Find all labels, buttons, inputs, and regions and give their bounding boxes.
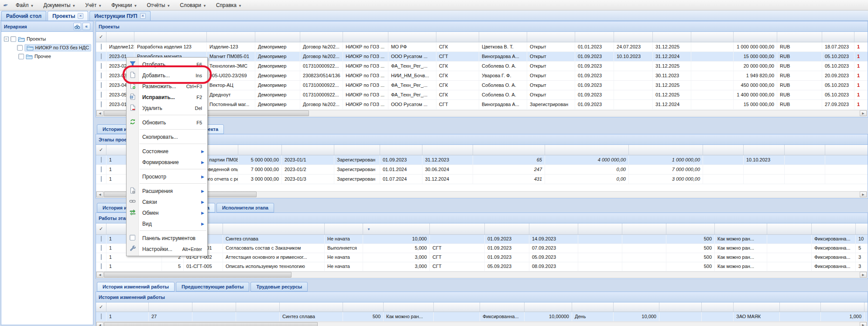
- row-checkbox[interactable]: [101, 263, 102, 269]
- column-header[interactable]: [529, 223, 578, 234]
- row-checkbox[interactable]: [101, 101, 102, 107]
- scroll-right-icon[interactable]: ▶: [860, 272, 867, 278]
- h-scrollbar-stages[interactable]: ◀▶: [96, 191, 867, 198]
- table-row[interactable]: 2023-02Технология-ЭМСДемопример017310000…: [96, 62, 868, 71]
- column-header[interactable]: [106, 302, 149, 312]
- scroll-left-icon[interactable]: ◀: [96, 192, 103, 197]
- tab-1[interactable]: Проекты✕: [48, 11, 88, 21]
- column-header[interactable]: [134, 32, 207, 42]
- column-header[interactable]: [473, 145, 545, 155]
- column-header[interactable]: [479, 32, 527, 42]
- table-row[interactable]: 2023-01тПостоянный маг...ДемопримерДогов…: [96, 100, 868, 110]
- column-header[interactable]: [388, 32, 436, 42]
- column-header[interactable]: [422, 145, 473, 155]
- column-header[interactable]: [434, 302, 480, 312]
- close-icon[interactable]: ✕: [140, 13, 146, 19]
- column-header[interactable]: [223, 223, 325, 234]
- column-header[interactable]: [255, 32, 300, 42]
- menu-item-15[interactable]: Расширения▶: [127, 185, 207, 196]
- menubar-item-2[interactable]: Учёт▼: [81, 1, 107, 10]
- column-header[interactable]: [744, 145, 785, 155]
- column-header[interactable]: [666, 223, 715, 234]
- menubar-item-6[interactable]: Справка▼: [212, 1, 247, 10]
- row-checkbox[interactable]: [101, 82, 102, 88]
- column-header[interactable]: [527, 32, 575, 42]
- table-row[interactable]: 1Синтез сплава по переведенной опытной т…: [96, 165, 868, 175]
- column-header[interactable]: [734, 302, 780, 312]
- table-row[interactable]: 2023-05ДредноутДемопример017310000922...…: [96, 90, 868, 100]
- column-header[interactable]: [622, 223, 666, 234]
- column-header[interactable]: [702, 302, 734, 312]
- column-header[interactable]: [572, 302, 614, 312]
- menubar-item-0[interactable]: Файл▼: [11, 1, 39, 10]
- menu-item-20[interactable]: Панель инструментов: [127, 233, 207, 244]
- table-row[interactable]: 2023-01Разработка магнитаМагнит ПМ085-01…: [96, 52, 868, 62]
- column-header[interactable]: [525, 302, 572, 312]
- table-row[interactable]: 1Подготовка технического отчета с резуль…: [96, 175, 868, 184]
- menubar-item-4[interactable]: Отчёты▼: [142, 1, 175, 10]
- column-header[interactable]: [149, 302, 192, 312]
- scroll-right-icon[interactable]: ▶: [860, 322, 867, 326]
- column-header[interactable]: [325, 223, 363, 234]
- row-checkbox[interactable]: [101, 166, 102, 172]
- column-header[interactable]: [380, 145, 422, 155]
- column-header[interactable]: [614, 32, 653, 42]
- row-checkbox[interactable]: [101, 53, 102, 59]
- table-row[interactable]: 127Синтез сплава500Как можно ран...Фикси…: [96, 312, 868, 322]
- table-row[interactable]: 1Изготовление опытной партии ПМ085-015 0…: [96, 155, 868, 165]
- menu-item-8[interactable]: Скопировать...: [127, 131, 207, 142]
- column-header[interactable]: [659, 302, 702, 312]
- table-row[interactable]: 2023-03905-U020-23/269Демопример230823/0…: [96, 71, 868, 81]
- tab-2[interactable]: Инструкции ПУП✕: [89, 11, 150, 21]
- row-checkbox[interactable]: [101, 157, 102, 163]
- section-tab-works-2[interactable]: Исполнители этапа: [216, 203, 274, 213]
- menubar-item-5[interactable]: Словари▼: [175, 1, 212, 10]
- column-header[interactable]: [821, 302, 865, 312]
- row-checkbox[interactable]: [101, 176, 102, 182]
- section-tab-history-1[interactable]: Предшествующие работы: [176, 282, 249, 292]
- column-header[interactable]: [207, 32, 255, 42]
- menu-item-13[interactable]: Просмотр▶: [127, 171, 207, 182]
- row-checkbox[interactable]: [101, 254, 102, 260]
- find-icon[interactable]: [73, 23, 81, 30]
- column-header[interactable]: [703, 145, 744, 155]
- close-icon[interactable]: ✕: [78, 13, 83, 19]
- column-header[interactable]: [629, 145, 703, 155]
- scroll-thumb[interactable]: [104, 322, 318, 326]
- section-tab-history-0[interactable]: История изменений работы: [97, 282, 175, 292]
- menubar-item-3[interactable]: Функции▼: [107, 1, 142, 10]
- collapse-icon[interactable]: «: [82, 23, 90, 30]
- menu-item-4[interactable]: УдалитьDel: [127, 103, 207, 113]
- column-header[interactable]: [236, 302, 280, 312]
- column-header[interactable]: [614, 302, 659, 312]
- column-header[interactable]: [865, 302, 868, 312]
- row-checkbox[interactable]: [101, 72, 102, 79]
- column-header[interactable]: [480, 302, 525, 312]
- column-header[interactable]: [430, 223, 485, 234]
- row-checkbox[interactable]: [101, 245, 102, 251]
- column-header[interactable]: ✓: [96, 223, 106, 234]
- tree-expander[interactable]: −: [4, 37, 9, 41]
- column-header[interactable]: [785, 145, 825, 155]
- menu-item-17[interactable]: Обмен▶: [127, 207, 207, 218]
- column-header[interactable]: ✓: [96, 145, 106, 155]
- menu-item-16[interactable]: Связи▶: [127, 196, 207, 207]
- menu-item-21[interactable]: Настройки...Alt+Enter: [127, 244, 207, 254]
- row-checkbox[interactable]: [101, 92, 102, 98]
- column-header[interactable]: [856, 223, 868, 234]
- column-header[interactable]: ✓: [96, 302, 106, 312]
- menu-item-3[interactable]: Исправить...F2: [127, 92, 207, 103]
- scroll-left-icon[interactable]: ◀: [96, 272, 103, 278]
- column-header[interactable]: [767, 223, 812, 234]
- column-header[interactable]: [691, 32, 734, 42]
- column-header[interactable]: [343, 32, 388, 42]
- column-header[interactable]: [812, 223, 856, 234]
- tree-item-0[interactable]: −Проекты: [3, 34, 91, 43]
- scroll-left-icon[interactable]: ◀: [96, 322, 103, 326]
- column-header[interactable]: [575, 32, 614, 42]
- column-header[interactable]: [436, 32, 479, 42]
- column-header[interactable]: [192, 302, 236, 312]
- column-header[interactable]: [822, 32, 854, 42]
- scroll-thumb[interactable]: [104, 272, 292, 278]
- column-header[interactable]: [734, 32, 777, 42]
